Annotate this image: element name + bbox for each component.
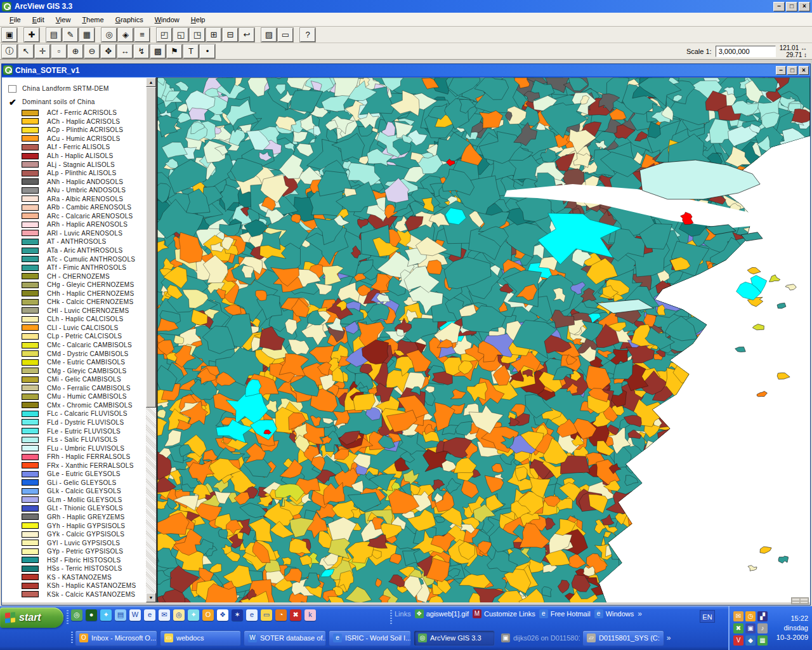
open-theme-table-icon[interactable]: ▦ [79,28,95,42]
picasa-icon[interactable]: ❖ [217,609,228,621]
doc-minimize-button[interactable]: – [776,66,786,75]
layer-checkbox[interactable]: ✔ [8,98,16,106]
legend-scrollbar[interactable]: ▲ ▼ [146,77,156,602]
taskbar-button[interactable]: ▱D0115801_SYS (C: [582,630,664,646]
scroll-down-button[interactable]: ▼ [146,593,156,602]
soil-map-canvas[interactable] [157,77,810,604]
scroll-up-button[interactable]: ▲ [146,77,156,87]
close-button[interactable]: × [799,2,810,11]
menu-help[interactable]: Help [185,14,211,25]
internet-explorer2-icon[interactable]: e [246,609,258,621]
find-icon[interactable]: ◎ [102,28,117,42]
search-icon[interactable]: ◎ [173,609,185,621]
folder-quicklaunch-icon[interactable]: ▭ [261,609,272,621]
measure-icon[interactable]: ↔ [117,44,133,58]
minimize-button[interactable]: – [773,2,785,11]
doc-close-button[interactable]: × [799,66,809,75]
menu-edit[interactable]: Edit [27,14,50,25]
no-entry-icon[interactable]: ✖ [290,609,301,621]
clear-selection-icon[interactable]: ▭ [278,28,293,42]
links-overflow-chevron[interactable]: » [638,609,642,618]
link-item[interactable]: ❖agisweb[1].gif [415,609,469,618]
zoom-out-icon[interactable]: ⊟ [223,28,238,42]
zoom-selected-icon[interactable]: ◳ [190,28,205,42]
display-tray-icon[interactable]: ▣ [745,623,756,633]
eu-flag-icon[interactable]: ✶ [232,609,243,621]
globe-icon[interactable]: ● [86,609,97,621]
orange-app-icon[interactable]: ◔ [275,609,287,621]
identify-icon[interactable]: ⓘ [2,44,17,58]
theme-properties-icon[interactable]: ▤ [46,28,62,42]
document-titlebar[interactable]: China_SOTER_v1 – □ × [2,64,810,76]
menu-theme[interactable]: Theme [76,14,109,25]
select-features-icon[interactable]: ▨ [261,28,277,42]
menu-file[interactable]: File [4,14,27,25]
add-theme-icon[interactable]: ✚ [24,28,39,42]
locate-address-icon[interactable]: ◈ [118,28,133,42]
link-item[interactable]: MCustomize Links [473,609,535,618]
pointer-icon[interactable]: ↖ [18,44,34,58]
maximize-button[interactable]: □ [786,2,797,11]
taskbar-overflow-chevron[interactable]: » [667,633,671,642]
taskbar-button[interactable]: ▣dijks026 on D0115801 [497,630,580,646]
draw-point-icon[interactable]: • [200,44,215,58]
zoom-in-icon[interactable]: ⊞ [206,28,221,42]
link-item[interactable]: eWindows [594,609,634,618]
zoom-previous-icon[interactable]: ↩ [239,28,254,42]
taskbar-button[interactable]: OInbox - Microsoft O... [75,630,157,646]
taskbar-button[interactable]: WSOTER database of... [244,630,326,646]
outlook-icon[interactable]: O [202,609,214,621]
help-icon[interactable]: ? [300,28,315,42]
legend-layer[interactable]: China Landform SRTM-DEM [2,82,146,95]
query-builder-icon[interactable]: ≡ [134,28,150,42]
scrollbar-thumb[interactable] [146,87,156,408]
menu-graphics[interactable]: Graphics [110,14,149,25]
internet-explorer-icon[interactable]: e [144,609,155,621]
zoom-active-theme-icon[interactable]: ◱ [173,28,188,42]
toolbar-handle[interactable] [390,610,392,624]
doc-restore-button[interactable]: □ [787,66,797,75]
language-indicator[interactable]: EN [700,610,715,623]
taskbar-button[interactable]: ▭webdocs [160,630,241,646]
key-icon[interactable]: k [304,609,316,621]
arcview-quicklaunch-icon[interactable]: ◎ [71,609,82,621]
taskbar-button[interactable]: eISRIC - World Soil I... [329,630,411,646]
pan-icon[interactable]: ✥ [101,44,116,58]
messenger-icon[interactable]: ✦ [100,609,112,621]
fill-icon[interactable]: ▩ [150,44,166,58]
toolbar-handle[interactable] [67,610,69,624]
resize-grip[interactable] [791,597,809,604]
messenger2-icon[interactable]: ✦ [188,609,199,621]
notes-icon[interactable]: ▤ [115,609,126,621]
antivirus-tray-icon[interactable]: V [733,635,743,646]
map-view[interactable] [157,77,810,602]
outlook-express-icon[interactable]: ✉ [159,609,170,621]
update-tray-icon[interactable]: ▞ [757,611,768,621]
text-icon[interactable]: T [183,44,199,58]
taskbar-button[interactable]: ◎ArcView GIS 3.3 [414,630,495,646]
zoom-full-extent-icon[interactable]: ◰ [157,28,172,42]
menu-window[interactable]: Window [149,14,185,25]
legend-layer[interactable]: ✔Dominant soils of China [2,95,146,109]
vpn-tray-icon[interactable]: ◆ [745,635,756,646]
hotlink-icon[interactable]: ↯ [134,44,149,58]
layer-checkbox[interactable] [8,85,16,93]
vertex-edit-icon[interactable]: ✛ [35,44,50,58]
word-icon[interactable]: W [129,609,141,621]
scale-input[interactable] [716,46,776,57]
network-tray-icon[interactable]: ▦ [757,635,768,646]
select-box-icon[interactable]: ▫ [51,44,67,58]
zoom-out-icon[interactable]: ⊖ [84,44,100,58]
save-project-icon[interactable]: ▣ [2,28,17,42]
link-item[interactable]: eFree Hotmail [539,609,591,618]
volume-tray-icon[interactable]: ♪ [757,623,768,633]
label-icon[interactable]: ⚑ [167,44,182,58]
toolbar-handle[interactable] [71,632,73,644]
menu-view[interactable]: View [50,14,77,25]
zoom-in-icon[interactable]: ⊕ [68,44,83,58]
msn-tray-icon[interactable]: ✖ [733,623,743,633]
edit-legend-icon[interactable]: ✎ [63,28,78,42]
clock-tray-icon[interactable]: ◷ [745,611,756,621]
start-button[interactable]: start [0,607,63,628]
mail-tray-icon[interactable]: ✉ [733,611,743,621]
